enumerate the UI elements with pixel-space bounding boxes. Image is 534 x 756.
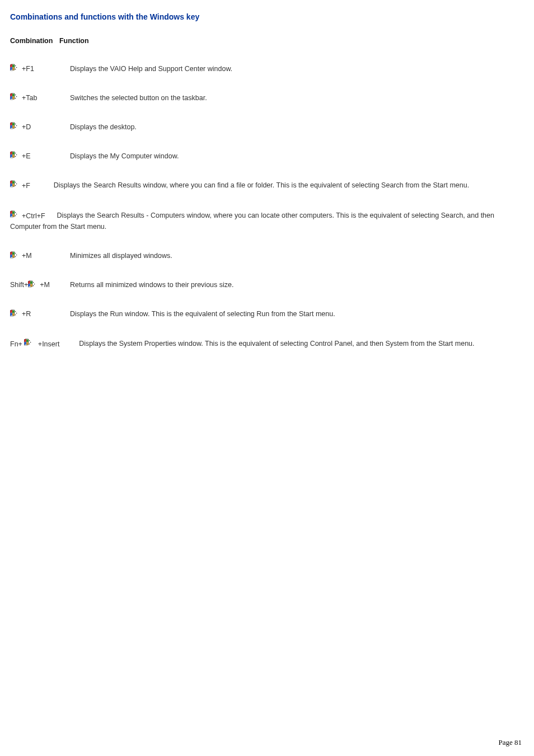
combo-cell: +M [10, 251, 70, 261]
windows-logo-icon [10, 309, 20, 319]
table-row: +E Displays the My Computer window. [10, 151, 524, 161]
func-cell: Displays the desktop. [70, 123, 524, 131]
windows-logo-icon [10, 210, 20, 221]
func-cell: Displays the VAIO Help and Support Cente… [70, 65, 524, 73]
func-cell: Displays the Run window. This is the equ… [70, 310, 524, 318]
func-cell: Displays the System Properties window. T… [79, 340, 474, 348]
windows-logo-icon [10, 251, 20, 261]
table-row: +D Displays the desktop. [10, 122, 524, 132]
combo-cell: +F1 [10, 64, 70, 73]
windows-logo-icon [10, 93, 20, 102]
table-row: +R Displays the Run window. This is the … [10, 309, 524, 319]
windows-logo-icon [28, 280, 38, 290]
page-number: Page 81 [498, 738, 522, 747]
windows-logo-icon [10, 122, 20, 132]
windows-logo-icon [24, 339, 34, 349]
combo-text: +M [22, 252, 32, 260]
combo-prefix: Shift+ [10, 281, 28, 289]
func-cell: Minimizes all displayed windows. [70, 252, 524, 260]
document-page: Combinations and functions with the Wind… [0, 0, 534, 756]
func-cell: Returns all minimized windows to their p… [70, 281, 524, 289]
combo-cell: +D [10, 122, 70, 132]
header-function: Function [59, 37, 89, 45]
table-row: +M Minimizes all displayed windows. [10, 251, 524, 261]
page-title: Combinations and functions with the Wind… [10, 12, 524, 21]
combo-text: +Ctrl+F [22, 212, 45, 220]
combo-text: +Insert [36, 340, 59, 348]
table-row: +F Displays the Search Results window, w… [10, 180, 524, 191]
table-row: Fn+ +Insert Displays the System Properti… [10, 339, 524, 349]
combo-text: +R [22, 310, 31, 318]
combo-prefix: Fn+ [10, 340, 22, 348]
combo-text: +F1 [22, 65, 34, 73]
func-cell: Displays the Search Results window, wher… [54, 181, 470, 189]
combo-text: +D [22, 123, 31, 131]
combo-text: +M [40, 281, 50, 289]
windows-logo-icon [10, 64, 20, 73]
table-row: +Tab Switches the selected button on the… [10, 93, 524, 102]
combo-cell: +R [10, 309, 70, 319]
func-cell: Displays the My Computer window. [70, 152, 524, 160]
combo-cell: +E [10, 151, 70, 161]
windows-logo-icon [10, 180, 20, 191]
table-row: +F1 Displays the VAIO Help and Support C… [10, 64, 524, 73]
combo-cell: +Tab [10, 93, 70, 102]
windows-logo-icon [10, 151, 20, 161]
combo-text: +F [22, 182, 30, 190]
combo-cell: Shift+ +M [10, 280, 70, 290]
func-cell: Displays the Search Results - Computers … [10, 212, 494, 230]
table-row: Shift+ +M Returns all minimized windows … [10, 280, 524, 290]
table-header: Combination Function [10, 37, 524, 45]
func-cell: Switches the selected button on the task… [70, 94, 524, 102]
combo-text: +Tab [22, 94, 37, 102]
header-combination: Combination [10, 37, 53, 45]
combo-text: +E [22, 152, 31, 160]
table-row: +Ctrl+F Displays the Search Results - Co… [10, 210, 524, 231]
